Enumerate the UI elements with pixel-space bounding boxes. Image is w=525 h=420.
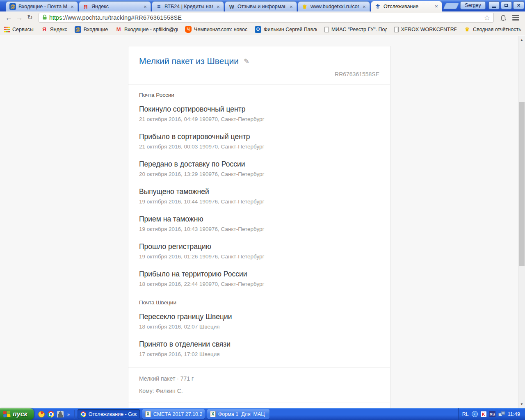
- bookmark-mias[interactable]: МИАС "Реестр ГУ". Под: [324, 27, 387, 32]
- avatar-icon[interactable]: [57, 411, 64, 418]
- close-icon[interactable]: ✕: [69, 5, 75, 9]
- event-meta: 21 октября 2016, 00:03 190970, Санкт-Пет…: [139, 144, 379, 150]
- kaspersky-icon[interactable]: K: [481, 411, 486, 417]
- scroll-down-icon[interactable]: ▼: [518, 401, 525, 407]
- close-icon[interactable]: ✕: [434, 4, 439, 9]
- event-meta: 18 октября 2016, 02:07 Швеция: [139, 324, 379, 330]
- quick-launch: »: [34, 411, 73, 418]
- tracking-event: Пересекло границу Швеции 18 октября 2016…: [139, 313, 379, 330]
- minimize-button[interactable]: [488, 1, 500, 9]
- browser-user-button[interactable]: Sergey: [460, 1, 486, 9]
- network-icon[interactable]: [498, 411, 505, 417]
- minimize-icon: [492, 7, 496, 8]
- bookmark-label: Входящие: [84, 27, 108, 32]
- edit-pencil-icon[interactable]: ✎: [244, 57, 249, 66]
- tab-tracking-active[interactable]: Отслеживание ✕: [371, 1, 442, 11]
- event-meta: 17 октября 2016, 17:02 Швеция: [139, 351, 379, 357]
- menu-icon[interactable]: [509, 15, 522, 21]
- tab-title: Отслеживание: [383, 4, 431, 9]
- close-icon[interactable]: ✕: [142, 5, 148, 9]
- tab-yandex[interactable]: Я Яндекс ✕: [79, 1, 151, 11]
- tracking-number: RR676361558SE: [139, 71, 379, 78]
- bookmark-mailru-inbox[interactable]: @ Входящие: [75, 26, 108, 33]
- close-icon: ✕: [517, 3, 520, 8]
- event-title: Прием на таможню: [139, 215, 379, 224]
- bookmark-star-icon[interactable]: ☆: [484, 14, 490, 22]
- bell-icon[interactable]: [497, 14, 509, 21]
- event-title: Прошло регистрацию: [139, 242, 379, 251]
- event-meta: 18 октября 2016, 22:44 190970, Санкт-Пет…: [139, 281, 379, 287]
- bookmark-gmail-inbox[interactable]: M Входящие - spfilkin@gm: [115, 26, 178, 33]
- excel-icon: X: [210, 411, 216, 417]
- bookmark-championat[interactable]: Ч Чемпионат.com: новост: [185, 26, 247, 33]
- maximize-button[interactable]: [501, 1, 512, 9]
- tab-vtb24[interactable]: ≡ ВТБ24 | Кредиты наличн ✕: [152, 1, 224, 11]
- task-button-forma[interactable]: X Форма 1_Для_МАЦ_...: [207, 409, 269, 419]
- championat-icon: Ч: [185, 26, 192, 33]
- new-tab-button[interactable]: [443, 3, 459, 9]
- outlook-icon: O: [255, 26, 261, 33]
- task-button-smeta[interactable]: X СМЕТА 2017 27.10.2...: [142, 409, 205, 419]
- close-window-button[interactable]: ✕: [513, 1, 524, 9]
- crown-icon: ♛: [301, 3, 308, 10]
- bookmark-svodnaya[interactable]: ♛ Сводная отчётность: [464, 26, 521, 33]
- maximize-icon: [504, 4, 508, 7]
- back-button[interactable]: ←: [3, 14, 14, 21]
- chrome-icon[interactable]: [48, 411, 54, 418]
- event-title: Пересекло границу Швеции: [139, 313, 379, 321]
- close-icon[interactable]: ✕: [361, 5, 367, 9]
- windows-logo-icon: [3, 411, 10, 417]
- tab-mailru-inbox[interactable]: @ Входящие - Почта Mail.R ✕: [6, 1, 78, 11]
- bookmark-label: Сводная отчётность: [473, 27, 521, 32]
- bookmark-services[interactable]: Сервисы: [4, 27, 34, 32]
- mailru-icon: @: [9, 3, 16, 10]
- event-title: Прибыло в сортировочный центр: [139, 132, 379, 141]
- task-label: Форма 1_Для_МАЦ_...: [218, 411, 267, 417]
- url-scheme: https: [49, 14, 62, 21]
- pochta-eagle-icon: [374, 3, 381, 10]
- close-icon[interactable]: ✕: [288, 5, 294, 9]
- vtb-icon: ≡: [155, 3, 162, 10]
- reload-button[interactable]: ↻: [25, 14, 35, 21]
- bookmark-label: XEROX WORKCENTRE -: [401, 27, 457, 32]
- parcel-recipient: Кому: Филкин С.: [139, 388, 379, 394]
- task-button-tracking[interactable]: Отслеживание - Goo...: [78, 409, 140, 419]
- page-icon: [324, 27, 329, 32]
- task-label: СМЕТА 2017 27.10.2...: [153, 411, 202, 417]
- bookmark-xerox[interactable]: XEROX WORKCENTRE -: [394, 27, 457, 32]
- address-bar[interactable]: https://www.pochta.ru/tracking#RR6763615…: [39, 13, 494, 23]
- event-title: Принято в отделении связи: [139, 340, 379, 349]
- close-icon[interactable]: ✕: [215, 5, 221, 9]
- start-label: пуск: [13, 411, 27, 418]
- language-indicator[interactable]: Ru: [489, 411, 495, 417]
- tab-budgetxxi[interactable]: ♛ www.budgetxxi.ru/coron ✕: [298, 1, 370, 11]
- tracking-event: Покинуло сортировочный центр 21 октября …: [139, 105, 379, 122]
- parcel-type-weight: Мелкий пакет · 771 г: [139, 375, 379, 382]
- tracking-event: Выпущено таможней 19 октября 2016, 10:44…: [139, 187, 379, 205]
- carrier-label: Почта России: [139, 92, 379, 98]
- scrollbar-thumb[interactable]: [519, 102, 525, 266]
- tracking-event: Прием на таможню 19 октября 2016, 10:43 …: [139, 215, 379, 232]
- vertical-scrollbar[interactable]: ▲ ▼: [518, 36, 525, 408]
- page-viewport: Мелкий пакет из Швеции ✎ RR676361558SE П…: [0, 36, 525, 408]
- page-title: Мелкий пакет из Швеции: [139, 56, 239, 66]
- event-meta: 19 октября 2016, 10:43 190976, Санкт-Пет…: [139, 226, 379, 232]
- bookmark-outlook[interactable]: O Филькин Сергей Павло: [255, 26, 317, 33]
- start-button[interactable]: пуск: [0, 408, 34, 420]
- bookmark-yandex[interactable]: Я Яндекс: [41, 26, 67, 33]
- tab-title: Отзывы и информация д: [237, 4, 286, 9]
- scroll-up-icon[interactable]: ▲: [518, 37, 525, 43]
- tab-reviews[interactable]: W Отзывы и информация д ✕: [225, 1, 297, 11]
- app-pie-icon[interactable]: [38, 411, 45, 418]
- tab-title: ВТБ24 | Кредиты наличн: [164, 4, 213, 9]
- tray-collapse-icon[interactable]: ‹: [472, 411, 478, 417]
- bookmark-label: Входящие - spfilkin@gm: [124, 27, 178, 32]
- tracking-event: Принято в отделении связи 17 октября 201…: [139, 340, 379, 357]
- tracking-card: Мелкий пакет из Швеции ✎ RR676361558SE П…: [128, 46, 390, 420]
- quick-launch-overflow-chevron[interactable]: »: [67, 412, 70, 417]
- w-icon: W: [228, 3, 235, 10]
- forward-button[interactable]: →: [14, 14, 25, 21]
- bookmarks-bar: Сервисы Я Яндекс @ Входящие M Входящие -…: [0, 24, 525, 35]
- taskbar: пуск » Отслеживание - Goo... X СМЕТА 201…: [0, 408, 525, 420]
- bookmark-label: Сервисы: [12, 27, 34, 32]
